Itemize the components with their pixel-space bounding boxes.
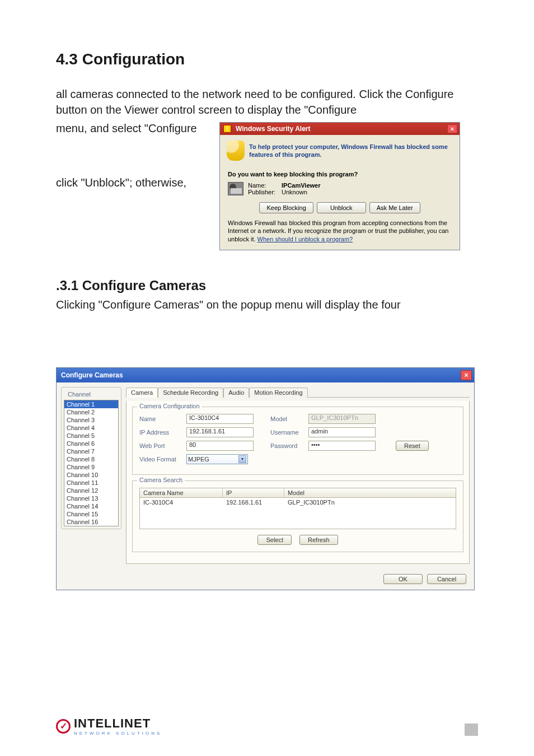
channel-item-13[interactable]: Channel 13 bbox=[64, 494, 118, 502]
dialog-title-text: Windows Security Alert bbox=[236, 125, 310, 133]
model-label: Model bbox=[270, 416, 305, 422]
when-unblock-link[interactable]: When should I unblock a program? bbox=[257, 236, 353, 242]
close-icon[interactable]: × bbox=[461, 370, 472, 380]
name-input[interactable]: IC-3010C4 bbox=[186, 414, 254, 424]
tab-audio[interactable]: Audio bbox=[223, 388, 249, 398]
refresh-button[interactable]: Refresh bbox=[299, 535, 338, 545]
channel-item-15[interactable]: Channel 15 bbox=[64, 510, 118, 518]
alert-banner-text: To help protect your computer, Windows F… bbox=[249, 143, 453, 159]
configure-cameras-titlebar: Configure Cameras × bbox=[57, 368, 474, 382]
publisher-value: Unknown bbox=[282, 189, 307, 195]
video-format-label: Video Format bbox=[139, 456, 183, 463]
paragraph-configure-cameras: Clicking "Configure Cameras" on the popu… bbox=[56, 297, 478, 312]
logo-main-text: INTELLINET bbox=[74, 716, 162, 731]
select-button[interactable]: Select bbox=[257, 535, 292, 545]
channel-item-16[interactable]: Channel 16 bbox=[64, 518, 118, 526]
channel-item-11[interactable]: Channel 11 bbox=[64, 479, 118, 487]
camera-configuration-legend: Camera Configuration bbox=[137, 403, 202, 409]
alert-banner: To help protect your computer, Windows F… bbox=[220, 135, 460, 166]
paragraph-intro: all cameras connected to the network nee… bbox=[56, 86, 478, 118]
channel-item-5[interactable]: Channel 5 bbox=[64, 432, 118, 440]
name-label: Name bbox=[139, 416, 183, 422]
camera-search-legend: Camera Search bbox=[137, 477, 185, 483]
search-result-row[interactable]: IC-3010C4 192.168.1.61 GLP_IC3010PTn bbox=[139, 498, 456, 529]
tab-strip: Camera Schedule Recording Audio Motion R… bbox=[126, 387, 470, 398]
camera-search-fieldset: Camera Search Camera Name IP Model IC-30… bbox=[132, 480, 463, 552]
unblock-button[interactable]: Unblock bbox=[317, 202, 366, 213]
intellinet-logo: ✓ INTELLINET NETWORK SOLUTIONS bbox=[56, 716, 162, 736]
web-port-label: Web Port bbox=[139, 442, 183, 449]
windows-security-alert-dialog: ! Windows Security Alert × To help prote… bbox=[219, 122, 460, 250]
channel-item-1[interactable]: Channel 1 bbox=[64, 400, 118, 408]
page-footer: ✓ INTELLINET NETWORK SOLUTIONS bbox=[56, 716, 478, 736]
channel-item-3[interactable]: Channel 3 bbox=[64, 416, 118, 424]
col-ip[interactable]: IP bbox=[223, 488, 284, 497]
channel-item-8[interactable]: Channel 8 bbox=[64, 455, 118, 463]
text-click-unblock: click "Unblock"; otherwise, bbox=[56, 176, 213, 189]
row-model-cell: GLP_IC3010PTn bbox=[284, 498, 456, 529]
configure-cameras-window: Configure Cameras × Channel Channel 1 Ch… bbox=[56, 367, 475, 590]
tab-schedule-recording[interactable]: Schedule Recording bbox=[158, 388, 223, 398]
heading-configuration: 4.3 Configuration bbox=[56, 50, 478, 68]
checkmark-icon: ✓ bbox=[56, 719, 71, 734]
close-icon[interactable]: × bbox=[447, 124, 457, 133]
shield-large-icon bbox=[227, 141, 245, 161]
camera-configuration-fieldset: Camera Configuration Name IC-3010C4 Mode… bbox=[132, 407, 463, 475]
cancel-button[interactable]: Cancel bbox=[427, 574, 466, 584]
video-format-select[interactable]: MJPEG ▾ bbox=[186, 454, 248, 464]
alert-question: Do you want to keep blocking this progra… bbox=[228, 171, 452, 178]
col-camera-name[interactable]: Camera Name bbox=[140, 488, 223, 497]
channel-group-label: Channel bbox=[66, 391, 92, 398]
page-number-box bbox=[465, 724, 478, 736]
tab-motion-recording[interactable]: Motion Recording bbox=[249, 388, 307, 398]
keep-blocking-button[interactable]: Keep Blocking bbox=[259, 202, 313, 213]
text-menu-select: menu, and select "Configure bbox=[56, 122, 213, 135]
row-name-cell: IC-3010C4 bbox=[140, 498, 223, 529]
ask-me-later-button[interactable]: Ask Me Later bbox=[369, 202, 420, 213]
ok-button[interactable]: OK bbox=[383, 574, 423, 584]
heading-configure-cameras: .3.1 Configure Cameras bbox=[56, 278, 478, 293]
shield-icon: ! bbox=[223, 125, 231, 133]
app-name-value: IPCamViewer bbox=[282, 182, 321, 189]
logo-sub-text: NETWORK SOLUTIONS bbox=[74, 731, 162, 736]
video-format-value: MJPEG bbox=[188, 456, 209, 463]
channel-item-4[interactable]: Channel 4 bbox=[64, 424, 118, 432]
reset-button[interactable]: Reset bbox=[396, 441, 429, 451]
camera-app-icon bbox=[228, 182, 243, 195]
channel-item-2[interactable]: Channel 2 bbox=[64, 408, 118, 416]
web-port-input[interactable]: 80 bbox=[186, 441, 254, 451]
configure-cameras-title: Configure Cameras bbox=[61, 371, 123, 379]
row-ip-cell: 192.168.1.61 bbox=[223, 498, 284, 529]
col-model[interactable]: Model bbox=[284, 488, 456, 497]
name-label: Name: bbox=[248, 182, 282, 189]
channel-item-10[interactable]: Channel 10 bbox=[64, 471, 118, 479]
dialog-titlebar: ! Windows Security Alert × bbox=[220, 123, 460, 135]
search-list-header: Camera Name IP Model bbox=[139, 488, 456, 498]
channel-list[interactable]: Channel 1 Channel 2 Channel 3 Channel 4 … bbox=[64, 400, 119, 526]
channel-group: Channel Channel 1 Channel 2 Channel 3 Ch… bbox=[61, 387, 121, 529]
password-input[interactable]: •••• bbox=[308, 441, 376, 451]
channel-item-9[interactable]: Channel 9 bbox=[64, 463, 118, 471]
username-label: Username bbox=[270, 429, 305, 436]
ip-address-input[interactable]: 192.168.1.61 bbox=[186, 427, 254, 437]
chevron-down-icon: ▾ bbox=[238, 455, 246, 463]
ip-address-label: IP Address bbox=[139, 429, 183, 436]
channel-item-12[interactable]: Channel 12 bbox=[64, 487, 118, 494]
channel-item-14[interactable]: Channel 14 bbox=[64, 502, 118, 510]
model-input: GLP_IC3010PTn bbox=[308, 414, 376, 424]
username-input[interactable]: admin bbox=[308, 427, 376, 437]
channel-item-7[interactable]: Channel 7 bbox=[64, 447, 118, 455]
password-label: Password bbox=[270, 442, 305, 449]
blocked-app-info: Name:IPCamViewer Publisher:Unknown bbox=[228, 182, 452, 195]
channel-item-6[interactable]: Channel 6 bbox=[64, 440, 118, 447]
tab-camera[interactable]: Camera bbox=[126, 388, 158, 398]
publisher-label: Publisher: bbox=[248, 189, 282, 195]
alert-footer: Windows Firewall has blocked this progra… bbox=[228, 219, 452, 243]
